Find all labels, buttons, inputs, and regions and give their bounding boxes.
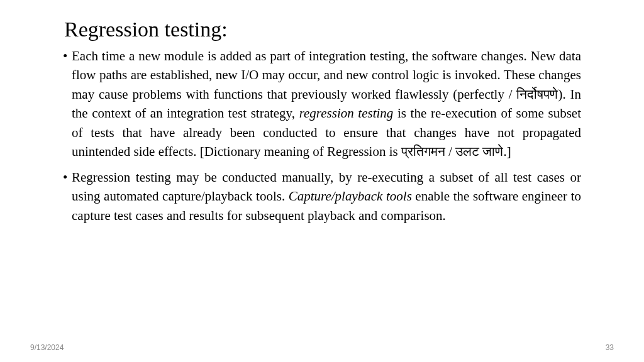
bullet-item: Each time a new module is added as part … <box>63 47 581 162</box>
bullet-list: Each time a new module is added as part … <box>63 47 581 225</box>
bullet-item: Regression testing may be conducted manu… <box>63 168 581 225</box>
bullet-text-italic: regression testing <box>299 106 394 121</box>
footer-date: 9/13/2024 <box>30 343 64 352</box>
bullet-text-italic: Capture/playback tools <box>289 189 412 204</box>
footer-page-number: 33 <box>606 343 614 352</box>
slide-title: Regression testing: <box>64 18 581 41</box>
